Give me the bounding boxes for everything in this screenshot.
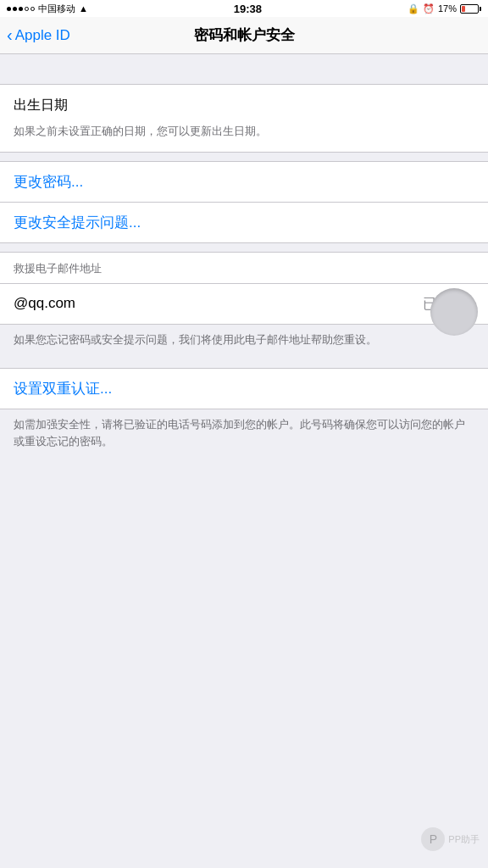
password-section: 更改密码... 更改安全提示问题... <box>0 161 488 243</box>
birthdate-description: 如果之前未设置正确的日期，您可以更新出生日期。 <box>0 120 488 152</box>
change-security-label: 更改安全提示问题... <box>14 213 141 232</box>
battery-body <box>460 4 479 14</box>
two-factor-footer: 如需加强安全性，请将已验证的电话号码添加到您的帐户。此号码将确保您可以访问您的帐… <box>0 409 488 461</box>
back-label: Apple ID <box>15 27 70 44</box>
watermark: P PP助手 <box>421 827 480 851</box>
wifi-icon: ▲ <box>79 3 88 14</box>
page-title: 密码和帐户安全 <box>194 25 295 45</box>
rescue-email-header: 救援电子邮件地址 <box>0 253 488 283</box>
touch-id-button[interactable] <box>430 288 478 336</box>
two-factor-item[interactable]: 设置双重认证... <box>0 369 488 409</box>
change-security-item[interactable]: 更改安全提示问题... <box>0 202 488 242</box>
status-time: 19:38 <box>234 3 262 15</box>
dot4 <box>25 7 29 11</box>
back-button[interactable]: ‹ Apple ID <box>7 26 70 45</box>
rescue-email-section: 救援电子邮件地址 @qq.com 已验证 › <box>0 252 488 325</box>
birthdate-header: 出生日期 <box>0 85 488 120</box>
gap3 <box>0 359 488 368</box>
dot2 <box>13 7 17 11</box>
alarm-icon: ⏰ <box>423 3 435 14</box>
battery-percent: 17% <box>438 3 457 14</box>
email-row[interactable]: @qq.com 已验证 › <box>0 283 488 324</box>
battery-indicator <box>460 4 481 14</box>
back-chevron-icon: ‹ <box>7 25 13 45</box>
change-password-label: 更改密码... <box>14 172 83 192</box>
status-left: 中国移动 ▲ <box>7 3 88 15</box>
watermark-logo: P <box>421 827 445 851</box>
watermark-text: PP助手 <box>448 833 480 846</box>
two-factor-label: 设置双重认证... <box>14 381 112 397</box>
gap2 <box>0 243 488 252</box>
email-value: @qq.com <box>14 295 75 312</box>
dot1 <box>7 7 11 11</box>
status-bar: 中国移动 ▲ 19:38 🔒 ⏰ 17% <box>0 0 488 17</box>
two-factor-section: 设置双重认证... <box>0 368 488 409</box>
top-gap <box>0 54 488 84</box>
nav-bar: ‹ Apple ID 密码和帐户安全 <box>0 17 488 54</box>
change-password-item[interactable]: 更改密码... <box>0 162 488 202</box>
battery-tip <box>480 7 481 11</box>
status-right: 🔒 ⏰ 17% <box>408 3 481 14</box>
dot3 <box>19 7 23 11</box>
birthdate-section: 出生日期 如果之前未设置正确的日期，您可以更新出生日期。 <box>0 84 488 153</box>
gap1 <box>0 153 488 161</box>
lock-icon: 🔒 <box>408 3 419 14</box>
carrier-label: 中国移动 <box>38 3 75 15</box>
battery-fill <box>462 6 465 12</box>
signal-dots <box>7 7 35 11</box>
dot5 <box>30 7 35 11</box>
email-footer: 如果您忘记密码或安全提示问题，我们将使用此电子邮件地址帮助您重设。 <box>0 325 488 360</box>
